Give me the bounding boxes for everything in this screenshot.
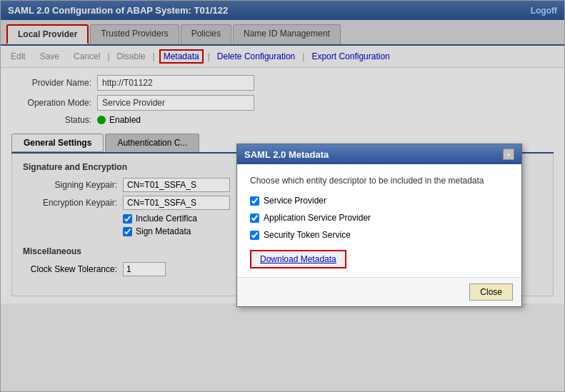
modal-description: Choose which entity descriptor to be inc… bbox=[250, 176, 509, 186]
modal-title: SAML 2.0 Metadata bbox=[244, 149, 329, 160]
main-window: SAML 2.0 Configuration of ABAP System: T… bbox=[0, 0, 565, 392]
modal-close-button[interactable]: Close bbox=[469, 283, 513, 301]
modal-option-service-provider: Service Provider bbox=[250, 196, 509, 206]
modal-close-icon[interactable]: ▪ bbox=[503, 149, 514, 160]
application-service-provider-label: Application Service Provider bbox=[264, 213, 371, 223]
modal-title-bar: SAML 2.0 Metadata ▪ bbox=[237, 144, 521, 164]
security-token-service-checkbox[interactable] bbox=[250, 231, 259, 240]
service-provider-label: Service Provider bbox=[264, 196, 326, 206]
security-token-service-label: Security Token Service bbox=[264, 230, 351, 240]
service-provider-checkbox[interactable] bbox=[250, 196, 259, 206]
modal-option-application-service-provider: Application Service Provider bbox=[250, 213, 509, 223]
application-service-provider-checkbox[interactable] bbox=[250, 213, 259, 223]
download-metadata-button[interactable]: Download Metadata bbox=[250, 250, 346, 268]
saml-metadata-modal: SAML 2.0 Metadata ▪ Choose which entity … bbox=[236, 144, 522, 307]
modal-body: Choose which entity descriptor to be inc… bbox=[237, 164, 521, 277]
modal-option-security-token-service: Security Token Service bbox=[250, 230, 509, 240]
modal-footer: Close bbox=[237, 277, 521, 306]
